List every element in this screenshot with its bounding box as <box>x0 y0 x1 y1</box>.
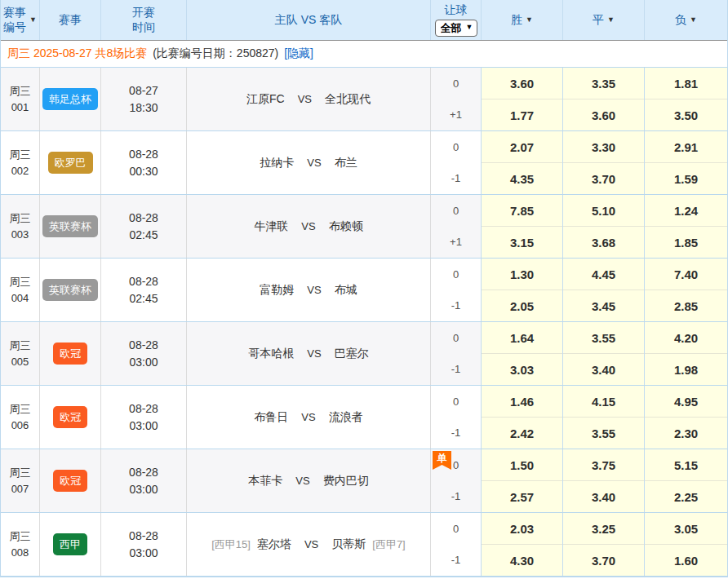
lose-odds-line1[interactable]: 5.15 <box>645 449 727 480</box>
match-no: 005 <box>11 354 29 370</box>
away-rank: [西甲7] <box>372 537 405 553</box>
col-header-competition: 赛事 <box>40 0 101 40</box>
league-badge[interactable]: 韩足总杯 <box>42 88 98 111</box>
lose-odds-line2[interactable]: 1.85 <box>645 226 727 258</box>
lose-odds-line2[interactable]: 3.50 <box>645 99 727 130</box>
draw-odds-line2[interactable]: 3.70 <box>563 162 644 194</box>
draw-odds-line1[interactable]: 3.30 <box>563 131 644 162</box>
win-odds-line1[interactable]: 1.46 <box>482 386 562 417</box>
league-badge[interactable]: 欧冠 <box>53 470 87 493</box>
league-badge[interactable]: 英联赛杯 <box>42 215 98 238</box>
lose-odds-line2[interactable]: 1.59 <box>645 162 727 194</box>
win-odds-line2[interactable]: 4.35 <box>482 162 562 194</box>
col-header-handicap: 让球 全部 ▼ <box>431 0 482 40</box>
win-odds-cell: 2.03 4.30 <box>482 513 563 576</box>
draw-odds-line2[interactable]: 3.40 <box>563 480 644 512</box>
draw-odds-line2[interactable]: 3.45 <box>563 290 644 321</box>
draw-odds-line2[interactable]: 3.70 <box>563 544 644 576</box>
col-header-draw[interactable]: 平 ▼ <box>563 0 645 40</box>
match-time: 02:45 <box>129 227 158 244</box>
handicap-filter-select[interactable]: 全部 <box>435 20 477 37</box>
vs-label: VS <box>298 91 312 108</box>
draw-odds-line1[interactable]: 3.55 <box>563 322 644 353</box>
away-team: 流浪者 <box>329 409 363 426</box>
lose-odds-line2[interactable]: 2.85 <box>645 290 727 321</box>
win-odds-line2[interactable]: 4.30 <box>482 544 562 576</box>
home-team: 塞尔塔 <box>257 536 291 553</box>
win-odds-line1[interactable]: 1.64 <box>482 322 562 353</box>
lose-odds-line1[interactable]: 7.40 <box>645 259 727 290</box>
table-header: 赛事 编号 ▼ 赛事 开赛 时间 主队 VS 客队 让球 全部 ▼ <box>1 0 727 41</box>
win-odds-line2[interactable]: 3.15 <box>482 226 562 258</box>
lose-odds-line1[interactable]: 2.91 <box>645 131 727 162</box>
handicap-value: -1 <box>431 481 481 513</box>
match-day: 周三 <box>10 465 31 481</box>
home-rank: [西甲15] <box>211 537 251 553</box>
lose-odds-line1[interactable]: 4.20 <box>645 322 727 353</box>
away-team: 布赖顿 <box>329 218 363 235</box>
draw-odds-line1[interactable]: 4.15 <box>563 386 644 417</box>
lose-odds-cell: 7.40 2.85 <box>645 259 727 321</box>
handicap-cell: 单 0 -1 <box>431 449 482 512</box>
lose-odds-line1[interactable]: 1.81 <box>645 68 727 99</box>
match-time: 03:00 <box>129 545 158 562</box>
col-header-lose[interactable]: 负 ▼ <box>645 0 727 40</box>
win-odds-line2[interactable]: 3.03 <box>482 353 562 385</box>
draw-odds-line2[interactable]: 3.55 <box>563 417 644 449</box>
home-team: 本菲卡 <box>248 472 282 489</box>
league-badge[interactable]: 英联赛杯 <box>42 279 98 302</box>
draw-odds-line2[interactable]: 3.40 <box>563 353 644 385</box>
draw-odds-line2[interactable]: 3.60 <box>563 99 644 130</box>
lose-odds-line1[interactable]: 4.95 <box>645 386 727 417</box>
draw-odds-line1[interactable]: 3.75 <box>563 449 644 480</box>
col-header-match-no[interactable]: 赛事 编号 ▼ <box>1 0 40 40</box>
win-odds-line2[interactable]: 2.57 <box>482 480 562 512</box>
lose-odds-line2[interactable]: 1.98 <box>645 353 727 385</box>
match-no: 001 <box>11 99 29 116</box>
league-badge[interactable]: 欧冠 <box>53 406 87 429</box>
win-odds-line2[interactable]: 2.05 <box>482 290 562 321</box>
handicap-value: -1 <box>431 418 481 449</box>
draw-odds-line1[interactable]: 3.25 <box>563 513 644 544</box>
win-odds-line2[interactable]: 1.77 <box>482 99 562 130</box>
draw-odds-line2[interactable]: 3.68 <box>563 226 644 258</box>
teams-cell: 布鲁日 VS 流浪者 <box>187 386 431 449</box>
lose-odds-line2[interactable]: 1.60 <box>645 544 727 576</box>
teams-cell: 哥本哈根 VS 巴塞尔 <box>187 322 431 385</box>
draw-odds-line1[interactable]: 4.45 <box>563 259 644 290</box>
win-odds-line1[interactable]: 3.60 <box>482 68 562 99</box>
draw-odds-line1[interactable]: 3.35 <box>563 68 644 99</box>
match-row: 周三 004 英联赛杯 08-28 02:45 富勒姆 VS 布城 0 -1 1… <box>1 259 727 322</box>
match-code-date-text: (比赛编号日期：250827) <box>153 46 278 61</box>
win-odds-line1[interactable]: 1.30 <box>482 259 562 290</box>
home-team: 牛津联 <box>254 218 288 235</box>
league-badge[interactable]: 欧罗巴 <box>48 152 93 175</box>
match-date: 08-28 <box>129 273 158 290</box>
col-header-win[interactable]: 胜 ▼ <box>482 0 563 40</box>
odds-table: 赛事 编号 ▼ 赛事 开赛 时间 主队 VS 客队 让球 全部 ▼ <box>0 0 728 577</box>
win-odds-line2[interactable]: 2.42 <box>482 417 562 449</box>
win-odds-line1[interactable]: 2.07 <box>482 131 562 162</box>
win-odds-line1[interactable]: 7.85 <box>482 195 562 226</box>
lose-odds-line1[interactable]: 1.24 <box>645 195 727 226</box>
lose-odds-line2[interactable]: 2.25 <box>645 480 727 512</box>
draw-odds-line1[interactable]: 5.10 <box>563 195 644 226</box>
win-odds-line1[interactable]: 2.03 <box>482 513 562 544</box>
lose-odds-line1[interactable]: 3.05 <box>645 513 727 544</box>
vs-label: VS <box>307 155 321 171</box>
lose-odds-cell: 3.05 1.60 <box>645 513 727 576</box>
away-team: 费内巴切 <box>323 472 369 489</box>
league-cell: 英联赛杯 <box>40 259 101 321</box>
away-team: 全北现代 <box>325 91 371 108</box>
match-no: 006 <box>11 418 29 434</box>
table-body: 周三 001 韩足总杯 08-27 18:30 江原FC VS 全北现代 0 +… <box>1 68 727 577</box>
match-row: 周三 001 韩足总杯 08-27 18:30 江原FC VS 全北现代 0 +… <box>1 68 727 131</box>
match-day: 周三 <box>10 338 31 354</box>
win-odds-line1[interactable]: 1.50 <box>482 449 562 480</box>
hide-link[interactable]: [隐藏] <box>284 46 313 61</box>
handicap-value: +1 <box>431 99 481 131</box>
league-badge[interactable]: 西甲 <box>53 533 87 556</box>
league-badge[interactable]: 欧冠 <box>53 343 87 365</box>
match-time: 00:30 <box>129 163 158 180</box>
lose-odds-line2[interactable]: 2.30 <box>645 417 727 449</box>
